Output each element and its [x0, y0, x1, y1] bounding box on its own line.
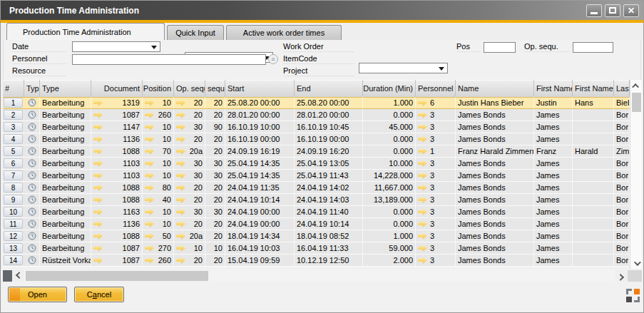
- link-arrow-icon[interactable]: [145, 232, 154, 240]
- row-number[interactable]: 10: [4, 207, 23, 217]
- link-arrow-icon[interactable]: [93, 208, 103, 216]
- column-header-fn2[interactable]: First Name 2: [573, 80, 614, 97]
- link-arrow-icon[interactable]: [93, 245, 103, 252]
- table-row[interactable]: 2Bearbeitung1087260202028.01.20 00:0028.…: [3, 109, 630, 121]
- link-arrow-icon[interactable]: [93, 111, 103, 119]
- link-arrow-icon[interactable]: [93, 184, 103, 192]
- maximize-button[interactable]: [605, 4, 620, 17]
- table-row[interactable]: 9Bearbeitung108840202024.04.19 10:1424.0…: [3, 194, 630, 206]
- link-arrow-icon[interactable]: [145, 208, 154, 216]
- link-arrow-icon[interactable]: [418, 135, 427, 143]
- date-from-dropdown[interactable]: [72, 41, 160, 52]
- row-number[interactable]: 5: [4, 146, 23, 156]
- link-arrow-icon[interactable]: [418, 196, 427, 204]
- link-arrow-icon[interactable]: [93, 232, 103, 240]
- vertical-scroll-thumb[interactable]: [632, 93, 641, 112]
- selection-list-icon[interactable]: ≡: [268, 54, 278, 64]
- link-arrow-icon[interactable]: [418, 172, 427, 180]
- link-arrow-icon[interactable]: [176, 99, 185, 107]
- link-arrow-icon[interactable]: [93, 135, 103, 143]
- link-arrow-icon[interactable]: [418, 99, 427, 107]
- cancel-button[interactable]: Cancel: [74, 287, 124, 302]
- minimize-button[interactable]: [586, 4, 602, 17]
- link-arrow-icon[interactable]: [418, 148, 427, 155]
- open-button[interactable]: Open: [8, 287, 67, 302]
- column-header-last[interactable]: Last: [614, 80, 630, 97]
- horizontal-scroll-track[interactable]: [24, 270, 615, 282]
- column-header-num[interactable]: #: [3, 80, 24, 97]
- column-header-pos[interactable]: Position: [143, 80, 174, 97]
- column-header-start[interactable]: Start: [225, 80, 295, 97]
- link-arrow-icon[interactable]: [145, 245, 154, 252]
- expand-form-icon[interactable]: [626, 289, 640, 302]
- horizontal-scrollbar[interactable]: [3, 270, 642, 282]
- table-row[interactable]: 13Bearbeitung1087270101016.04.19 10:0316…: [3, 242, 630, 255]
- link-arrow-icon[interactable]: [93, 123, 103, 131]
- scroll-left-button[interactable]: [12, 270, 24, 282]
- link-arrow-icon[interactable]: [418, 232, 427, 240]
- link-arrow-icon[interactable]: [145, 196, 154, 204]
- link-arrow-icon[interactable]: [418, 257, 427, 265]
- table-row[interactable]: 14Rüstzeit Vorkalku1087260202015.04.19 0…: [3, 255, 630, 267]
- column-header-per[interactable]: Personnel: [416, 80, 456, 97]
- link-arrow-icon[interactable]: [145, 99, 154, 107]
- table-row[interactable]: 7Bearbeitung110310303025.04.19 14:3525.0…: [3, 170, 630, 182]
- link-arrow-icon[interactable]: [418, 245, 427, 252]
- splitter-box[interactable]: [3, 270, 12, 282]
- link-arrow-icon[interactable]: [145, 184, 154, 192]
- link-arrow-icon[interactable]: [418, 111, 427, 119]
- link-arrow-icon[interactable]: [145, 111, 154, 119]
- column-header-sid[interactable]: sequ. ID: [205, 80, 225, 97]
- link-arrow-icon[interactable]: [93, 257, 103, 265]
- table-row[interactable]: 3Bearbeitung114710309016.10.19 10:0016.1…: [3, 121, 630, 133]
- link-arrow-icon[interactable]: [145, 160, 154, 168]
- link-arrow-icon[interactable]: [145, 123, 154, 131]
- link-arrow-icon[interactable]: [176, 257, 185, 265]
- tab-production-time-administration[interactable]: Production Time Administration: [6, 23, 165, 40]
- table-row[interactable]: 1Bearbeitung131910202025.08.20 00:0025.0…: [3, 97, 630, 109]
- link-arrow-icon[interactable]: [145, 135, 154, 143]
- vertical-scrollbar[interactable]: [630, 80, 642, 269]
- row-number[interactable]: 2: [4, 110, 23, 120]
- tab-active-work-order-times[interactable]: Active work order times: [226, 25, 342, 40]
- link-arrow-icon[interactable]: [176, 172, 185, 180]
- link-arrow-icon[interactable]: [93, 220, 103, 228]
- link-arrow-icon[interactable]: [418, 220, 427, 228]
- table-row[interactable]: 4Bearbeitung113610202016.10.19 00:0016.1…: [3, 133, 630, 145]
- column-header-end[interactable]: End: [295, 80, 363, 97]
- row-number[interactable]: 13: [4, 243, 23, 253]
- link-arrow-icon[interactable]: [93, 196, 103, 204]
- column-header-fn[interactable]: First Name: [534, 80, 573, 97]
- column-header-type[interactable]: Type: [40, 80, 91, 97]
- tab-quick-input[interactable]: Quick Input: [167, 25, 224, 40]
- link-arrow-icon[interactable]: [176, 196, 185, 204]
- table-row[interactable]: 11Bearbeitung113610202024.04.19 00:0024.…: [3, 218, 630, 230]
- table-row[interactable]: 12Bearbeitung10885020a2018.04.19 14:3418…: [3, 230, 630, 242]
- column-header-doc[interactable]: Document: [91, 80, 143, 97]
- horizontal-scroll-thumb[interactable]: [26, 271, 208, 281]
- link-arrow-icon[interactable]: [176, 123, 185, 131]
- link-arrow-icon[interactable]: [418, 160, 427, 168]
- link-arrow-icon[interactable]: [176, 220, 185, 228]
- table-row[interactable]: 10Bearbeitung116310303024.04.19 00:0024.…: [3, 206, 630, 218]
- link-arrow-icon[interactable]: [145, 148, 154, 155]
- column-header-name[interactable]: Name: [456, 80, 534, 97]
- link-arrow-icon[interactable]: [93, 99, 103, 107]
- table-row[interactable]: 5Bearbeitung10887020a2024.09.19 16:1924.…: [3, 145, 630, 158]
- link-arrow-icon[interactable]: [93, 148, 103, 155]
- row-number[interactable]: 3: [4, 122, 23, 132]
- scroll-right-button[interactable]: [615, 270, 628, 282]
- link-arrow-icon[interactable]: [145, 220, 154, 228]
- table-row[interactable]: 8Bearbeitung108880202024.04.19 11:3524.0…: [3, 182, 630, 194]
- column-header-dur[interactable]: Duration (Min): [363, 80, 416, 97]
- op-sequ-input[interactable]: [573, 42, 613, 53]
- row-number[interactable]: 9: [4, 195, 23, 205]
- link-arrow-icon[interactable]: [93, 172, 103, 180]
- link-arrow-icon[interactable]: [176, 184, 185, 192]
- scroll-down-button[interactable]: [630, 257, 643, 269]
- row-number[interactable]: 4: [4, 134, 23, 144]
- link-arrow-icon[interactable]: [176, 232, 185, 240]
- row-number[interactable]: 1: [4, 98, 23, 108]
- link-arrow-icon[interactable]: [145, 172, 154, 180]
- link-arrow-icon[interactable]: [176, 208, 185, 216]
